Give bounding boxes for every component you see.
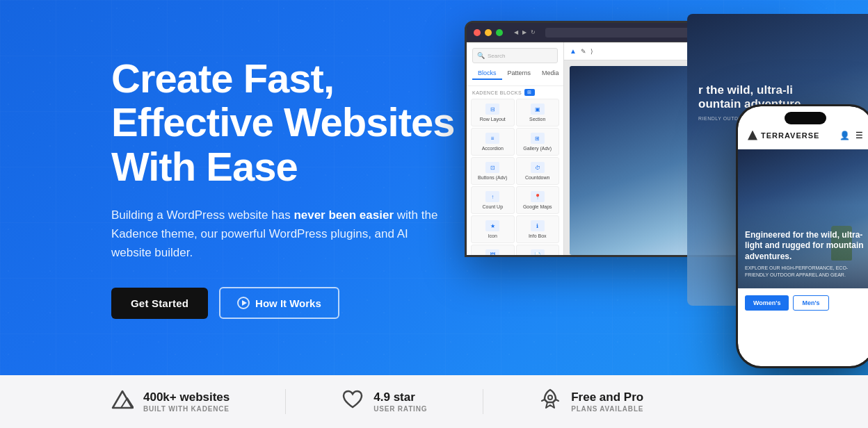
editor-search-bar[interactable]: 🔍 Search: [472, 48, 558, 63]
mockup-area: r the wild, ultra-li ountain adventure R…: [465, 14, 868, 375]
plans-label: PLANS AVAILABLE: [571, 405, 643, 413]
block-buttons[interactable]: ⊡ Buttons (Adv): [471, 157, 515, 185]
get-started-button[interactable]: Get Started: [111, 288, 208, 319]
heart-icon: [341, 388, 364, 415]
blocks-grid: ⊟ Row Layout ▣ Section ≡ Accordion ⊞: [467, 97, 563, 255]
rating-value: 4.9 star: [373, 390, 427, 404]
editor-sidebar: 🔍 Search Blocks Patterns Media KADENCE B…: [467, 42, 564, 255]
phone-notch: [785, 112, 826, 124]
phone-cta-buttons: Women's Men's: [738, 288, 868, 318]
block-posts[interactable]: 📄 Posts: [516, 245, 560, 255]
nav-menu-icon: ☰: [855, 131, 863, 140]
phone-womens-button[interactable]: Women's: [745, 295, 789, 311]
websites-value: 400k+ websites: [143, 390, 230, 404]
stats-bar: 400k+ websites BUILT WITH KADENCE 4.9 st…: [0, 375, 868, 428]
editor-tabs: Blocks Patterns Media: [472, 67, 558, 80]
phone-screen: TERRAVERSE 👤 ☰ Engineered for the wild, …: [738, 106, 868, 366]
phone-hero-text: Engineered for the wild, ultra-light and…: [745, 230, 866, 279]
block-countdown[interactable]: ⏱ Countdown: [516, 157, 560, 185]
mountain-icon: [111, 388, 134, 415]
stat-websites: 400k+ websites BUILT WITH KADENCE: [111, 388, 230, 415]
block-infobox[interactable]: ℹ Info Box: [516, 215, 560, 243]
phone-mens-button[interactable]: Men's: [793, 295, 828, 311]
stat-plans: Free and Pro PLANS AVAILABLE: [539, 388, 643, 415]
rating-label: USER RATING: [373, 405, 427, 413]
hero-section: Create Fast, Effective Websites With Eas…: [0, 0, 868, 375]
phone-nav-icons: 👤 ☰: [839, 131, 863, 140]
block-image[interactable]: 🖼 Image (Adv): [471, 245, 515, 255]
block-row-layout[interactable]: ⊟ Row Layout: [471, 99, 515, 126]
stat-rating: 4.9 star USER RATING: [341, 388, 427, 415]
block-icon[interactable]: ★ Icon: [471, 215, 515, 243]
stat-divider-1: [285, 389, 286, 414]
tab-media[interactable]: Media: [536, 67, 564, 80]
plans-value: Free and Pro: [571, 390, 643, 404]
svg-point-2: [548, 395, 552, 400]
nav-user-icon: 👤: [839, 131, 850, 140]
hero-buttons: Get Started How It Works: [111, 287, 454, 319]
hero-subtitle: Building a WordPress website has never b…: [111, 206, 445, 263]
hero-title: Create Fast, Effective Websites With Eas…: [111, 56, 454, 189]
brand-icon: [748, 131, 757, 140]
minimize-dot: [485, 29, 492, 36]
kadence-blocks-label: KADENCE BLOCKS ⊞: [467, 86, 563, 97]
stat-divider-2: [483, 389, 483, 414]
block-gallery[interactable]: ⊞ Gallery (Adv): [516, 128, 560, 156]
phone-mockup: TERRAVERSE 👤 ☰ Engineered for the wild, …: [736, 104, 868, 368]
block-accordion[interactable]: ≡ Accordion: [471, 128, 515, 156]
block-google-maps[interactable]: 📍 Google Maps: [516, 186, 560, 214]
rocket-icon: [539, 388, 561, 415]
block-section[interactable]: ▣ Section: [516, 99, 560, 126]
play-icon: [237, 297, 250, 309]
tab-patterns[interactable]: Patterns: [502, 67, 537, 80]
tab-blocks[interactable]: Blocks: [472, 67, 502, 80]
phone-nav: TERRAVERSE 👤 ☰: [738, 122, 868, 149]
maximize-dot: [496, 29, 503, 36]
close-dot: [474, 29, 481, 36]
phone-hero-image: Engineered for the wild, ultra-light and…: [738, 149, 868, 288]
hero-content: Create Fast, Effective Websites With Eas…: [0, 56, 454, 320]
phone-brand: TERRAVERSE: [748, 131, 819, 140]
block-count-up[interactable]: ↑ Count Up: [471, 186, 515, 214]
how-it-works-button[interactable]: How It Works: [219, 287, 339, 319]
websites-label: BUILT WITH KADENCE: [143, 405, 230, 413]
